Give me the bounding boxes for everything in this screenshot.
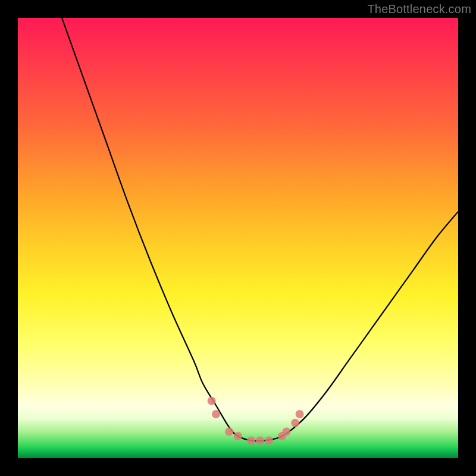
curve-marker <box>234 432 242 440</box>
curve-marker <box>296 410 304 418</box>
curve-marker <box>265 436 273 444</box>
curve-marker <box>291 419 299 427</box>
curve-marker <box>247 436 255 444</box>
curve-layer <box>18 18 458 458</box>
bottleneck-curve <box>62 18 458 441</box>
curve-marker <box>208 397 216 405</box>
curve-marker <box>212 410 220 418</box>
curve-markers-group <box>208 397 304 445</box>
curve-marker <box>282 428 290 436</box>
curve-marker <box>256 436 264 444</box>
watermark-label: TheBottleneck.com <box>367 2 471 16</box>
chart-frame: TheBottleneck.com <box>0 0 476 476</box>
curve-marker <box>225 428 233 436</box>
plot-area <box>18 18 458 458</box>
